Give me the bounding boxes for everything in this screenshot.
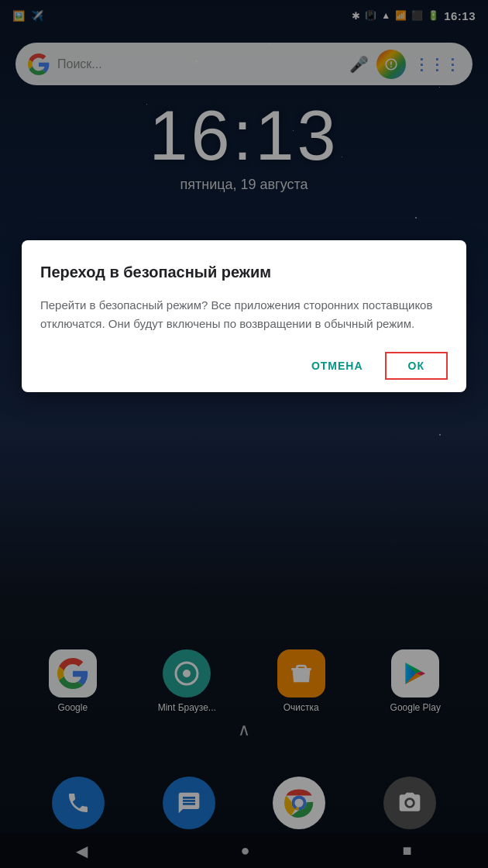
ok-button[interactable]: ОК bbox=[385, 352, 448, 380]
dialog-buttons: ОТМЕНА ОК bbox=[40, 352, 448, 380]
cancel-button[interactable]: ОТМЕНА bbox=[296, 353, 379, 378]
dialog-overlay bbox=[0, 0, 488, 868]
safe-mode-dialog: Переход в безопасный режим Перейти в без… bbox=[22, 240, 466, 392]
dialog-message: Перейти в безопасный режим? Все приложен… bbox=[40, 296, 448, 333]
dialog-title: Переход в безопасный режим bbox=[40, 262, 448, 282]
